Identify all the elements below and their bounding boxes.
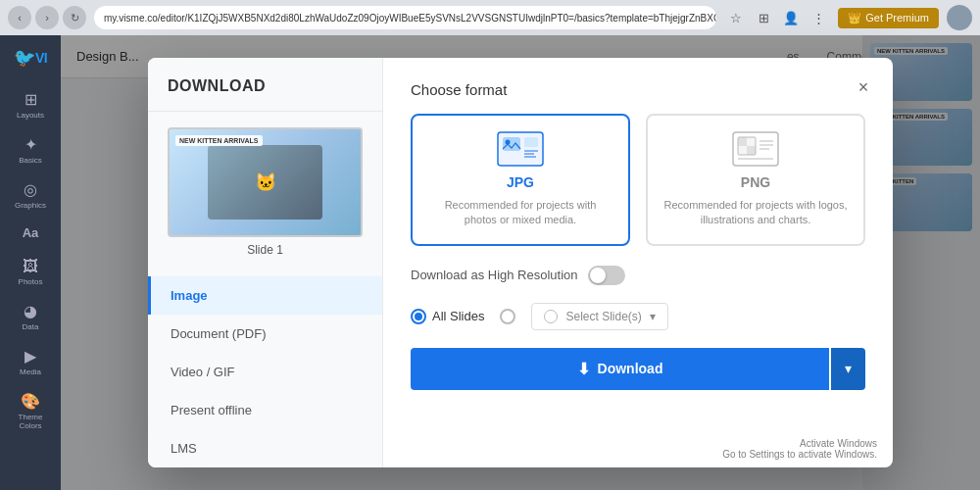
jpg-icon	[497, 131, 544, 167]
select-slides-radio[interactable]	[500, 309, 515, 324]
modal-backdrop: DOWNLOAD NEW KITTEN ARRIVALS 🐱 Slide 1 I…	[61, 35, 980, 490]
svg-rect-10	[738, 146, 747, 155]
sidebar-item-label-graphics: Graphics	[15, 201, 46, 210]
url-text: my.visme.co/editor/K1IZQjJ5WXB5NXd2di80L…	[104, 13, 716, 24]
sidebar-item-media[interactable]: ▶ Media	[5, 341, 56, 382]
download-button-row: ⬇ Download ▾	[411, 348, 865, 390]
sidebar-item-graphics[interactable]: ◎ Graphics	[5, 174, 56, 216]
app-area: 🐦 VI ⊞ Layouts ✦ Basics ◎ Graphics Aa 🖼 …	[0, 35, 980, 490]
logo-bird-icon: 🐦	[14, 47, 35, 69]
slide-preview-label: NEW KITTEN ARRIVALS	[175, 135, 263, 146]
left-sidebar: 🐦 VI ⊞ Layouts ✦ Basics ◎ Graphics Aa 🖼 …	[0, 35, 61, 490]
png-icon	[732, 131, 779, 167]
bookmark-button[interactable]: ☆	[724, 6, 748, 29]
sidebar-item-label-media: Media	[20, 368, 41, 376]
menu-button[interactable]: ⋮	[807, 6, 830, 29]
toggle-knob	[590, 268, 606, 283]
format-options: JPG Recommended for projects with photos…	[411, 114, 865, 246]
modal-header: DOWNLOAD	[148, 58, 382, 112]
choose-format-label: Choose format	[411, 81, 865, 98]
select-slide-dropdown[interactable]: Select Slide(s) ▾	[531, 303, 667, 330]
dropdown-radio-icon	[544, 310, 558, 323]
modal-left-panel: DOWNLOAD NEW KITTEN ARRIVALS 🐱 Slide 1 I…	[148, 58, 383, 467]
sidebar-item-label-photos: Photos	[19, 277, 43, 286]
all-slides-label: All Slides	[432, 309, 484, 323]
download-dropdown-button[interactable]: ▾	[831, 348, 865, 390]
activate-windows-line2: Go to Settings to activate Windows.	[722, 449, 877, 460]
sidebar-item-photos[interactable]: 🖼 Photos	[5, 252, 56, 292]
sidebar-item-theme-colors[interactable]: 🎨 Theme Colors	[5, 386, 56, 436]
reload-button[interactable]: ↻	[63, 6, 86, 29]
select-slides-option[interactable]	[500, 309, 515, 324]
jpg-format-desc: Recommended for projects with photos or …	[428, 198, 612, 228]
crown-icon: 👑	[848, 12, 861, 24]
svg-rect-1	[503, 137, 520, 151]
high-resolution-row: Download as High Resolution	[411, 266, 865, 285]
slide-name-label: Slide 1	[168, 243, 363, 257]
sidebar-item-label-data: Data	[23, 322, 39, 331]
svg-rect-11	[747, 146, 756, 155]
modal-nav-item-lms[interactable]: LMS	[148, 429, 382, 467]
svg-rect-9	[747, 137, 756, 146]
address-bar[interactable]: my.visme.co/editor/K1IZQjJ5WXB5NXd2di80L…	[94, 6, 716, 29]
chevron-down-icon: ▾	[650, 310, 656, 323]
all-slides-radio[interactable]	[411, 309, 426, 324]
download-label: Download	[598, 361, 663, 376]
png-format-name: PNG	[741, 174, 770, 190]
modal-right-panel: × Choose format	[383, 58, 893, 467]
sidebar-item-layouts[interactable]: ⊞ Layouts	[5, 84, 56, 125]
sidebar-item-basics[interactable]: ✦ Basics	[5, 129, 56, 171]
forward-button[interactable]: ›	[35, 6, 59, 29]
slides-selection-row: All Slides Select Slide(s) ▾	[411, 303, 865, 330]
slide-preview-image: NEW KITTEN ARRIVALS 🐱	[168, 127, 363, 237]
get-premium-button[interactable]: 👑 Get Premium	[838, 8, 939, 28]
media-icon: ▶	[24, 347, 36, 366]
modal-close-button[interactable]: ×	[850, 74, 877, 101]
browser-actions: ☆ ⊞ 👤 ⋮	[724, 6, 830, 29]
back-button[interactable]: ‹	[8, 6, 31, 29]
visme-logo: 🐦 VI	[11, 43, 50, 73]
sidebar-item-label-basics: Basics	[19, 156, 42, 165]
basics-icon: ✦	[24, 135, 37, 154]
modal-nav-item-document[interactable]: Document (PDF)	[148, 315, 382, 353]
get-premium-label: Get Premium	[865, 12, 929, 24]
format-card-jpg[interactable]: JPG Recommended for projects with photos…	[411, 114, 630, 246]
modal-nav-item-image[interactable]: Image	[148, 276, 382, 315]
user-avatar[interactable]	[947, 5, 972, 30]
jpg-format-name: JPG	[507, 174, 534, 190]
browser-chrome: ‹ › ↻ my.visme.co/editor/K1IZQjJ5WXB5NXd…	[0, 0, 980, 35]
format-card-png[interactable]: PNG Recommended for projects with logos,…	[646, 114, 865, 246]
layouts-icon: ⊞	[24, 90, 37, 109]
select-slide-placeholder: Select Slide(s)	[565, 310, 641, 323]
svg-rect-8	[738, 137, 747, 146]
main-content: Design B... es Comments + New slide NEW …	[61, 35, 980, 490]
high-res-label: Download as High Resolution	[411, 268, 578, 282]
browser-nav-buttons: ‹ › ↻	[8, 6, 86, 29]
modal-nav-items: Image Document (PDF) Video / GIF Present…	[148, 276, 382, 467]
download-icon: ⬇	[577, 360, 590, 378]
data-icon: ◕	[24, 302, 37, 320]
sidebar-item-label-theme-colors: Theme Colors	[19, 413, 43, 430]
activate-windows-notice: Activate Windows Go to Settings to activ…	[722, 438, 877, 460]
logo-text: VI	[35, 50, 47, 66]
download-modal: DOWNLOAD NEW KITTEN ARRIVALS 🐱 Slide 1 I…	[148, 58, 893, 467]
profile-button[interactable]: 👤	[779, 6, 803, 29]
sidebar-item-data[interactable]: ◕ Data	[5, 296, 56, 337]
slide-preview: NEW KITTEN ARRIVALS 🐱 Slide 1	[168, 127, 363, 269]
text-icon: Aa	[23, 225, 39, 240]
modal-nav-item-present[interactable]: Present offline	[148, 391, 382, 429]
modal-nav-item-video[interactable]: Video / GIF	[148, 353, 382, 391]
download-button[interactable]: ⬇ Download	[411, 348, 829, 390]
download-arrow-icon: ▾	[845, 361, 852, 376]
png-format-desc: Recommended for projects with logos, ill…	[663, 198, 848, 228]
modal-title: DOWNLOAD	[168, 77, 363, 95]
photos-icon: 🖼	[23, 258, 38, 275]
all-slides-option[interactable]: All Slides	[411, 309, 484, 324]
high-res-toggle[interactable]	[588, 266, 625, 285]
sidebar-item-text[interactable]: Aa	[5, 220, 56, 248]
graphics-icon: ◎	[24, 180, 37, 199]
extensions-button[interactable]: ⊞	[752, 6, 775, 29]
svg-rect-3	[524, 137, 538, 147]
theme-colors-icon: 🎨	[21, 392, 40, 411]
activate-windows-line1: Activate Windows	[722, 438, 877, 449]
